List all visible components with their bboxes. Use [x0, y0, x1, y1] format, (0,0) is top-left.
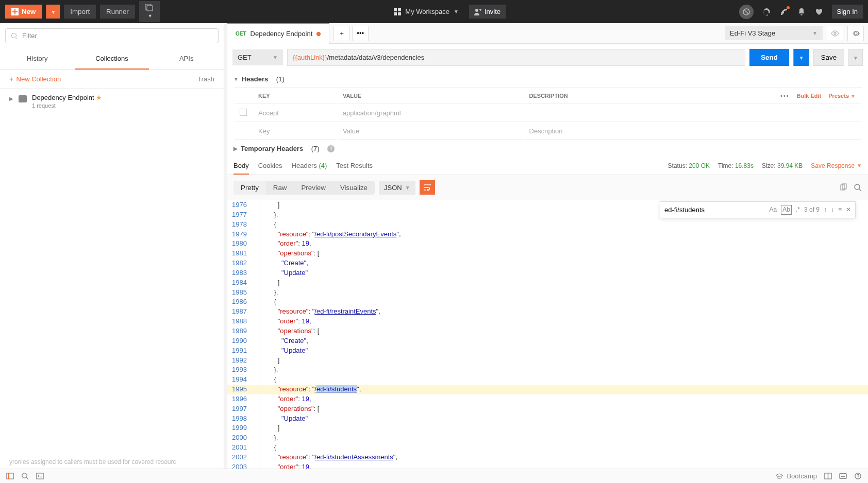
topbar: New ▼ Import Runner ▼ My Workspace ▼ Inv…: [0, 0, 868, 23]
bell-icon[interactable]: [797, 7, 806, 16]
new-dropdown[interactable]: ▼: [46, 5, 60, 19]
add-tab-button[interactable]: +: [333, 26, 350, 41]
status-bar: Bootcamp: [0, 469, 868, 483]
gear-icon: [852, 29, 860, 38]
sync-icon[interactable]: [762, 7, 771, 16]
svg-point-5: [834, 32, 836, 34]
wrap-toggle[interactable]: [420, 180, 435, 195]
bulk-edit-link[interactable]: Bulk Edit: [797, 93, 822, 99]
presets-link[interactable]: Presets ▼: [828, 93, 856, 99]
runner-button[interactable]: Runner: [100, 5, 135, 19]
format-select[interactable]: JSON▼: [379, 181, 415, 195]
temp-headers-toggle[interactable]: ▶Temporary Headers (7) i: [233, 141, 862, 157]
eye-icon: [831, 30, 839, 37]
svg-point-8: [855, 184, 860, 189]
request-tab[interactable]: GET Depedency Endpoint: [227, 23, 329, 44]
shortcut-icon[interactable]: [839, 472, 847, 480]
workspace-switcher[interactable]: My Workspace ▼: [388, 5, 465, 19]
plus-icon: [11, 8, 19, 15]
capture-icon[interactable]: [739, 5, 754, 19]
tab-menu-button[interactable]: •••: [352, 26, 369, 41]
find-count: 3 of 9: [804, 205, 820, 214]
filter-input[interactable]: Filter: [5, 28, 219, 43]
environment-select[interactable]: Ed-Fi V3 Stage▼: [725, 26, 823, 40]
save-dropdown[interactable]: ▼: [848, 49, 863, 66]
search-button[interactable]: [854, 183, 862, 192]
headers-toggle[interactable]: ▼Headers (1): [233, 71, 862, 87]
find-selection-icon[interactable]: ≡: [838, 205, 842, 214]
send-button[interactable]: Send: [749, 49, 789, 66]
response-tab-headers[interactable]: Headers (4): [292, 162, 327, 169]
new-window-button[interactable]: ▼: [139, 1, 160, 22]
svg-rect-13: [840, 474, 846, 478]
header-row[interactable]: Acceptapplication/graphml: [235, 105, 861, 122]
new-button[interactable]: New: [5, 5, 42, 19]
response-tab-tests[interactable]: Test Results: [336, 162, 373, 169]
save-response-button[interactable]: Save Response ▼: [811, 162, 862, 169]
headers-more[interactable]: •••: [780, 93, 790, 99]
header-row-empty[interactable]: KeyValueDescription: [235, 123, 861, 140]
satellite-icon[interactable]: [779, 7, 789, 16]
unsaved-dot-icon: [316, 32, 321, 36]
svg-rect-9: [7, 473, 13, 479]
save-button[interactable]: Save: [813, 49, 844, 66]
whole-word-icon[interactable]: Ab: [781, 205, 792, 215]
sidebar-toggle-icon[interactable]: [6, 472, 14, 480]
tab-apis[interactable]: APIs: [149, 48, 224, 70]
folder-icon: [19, 95, 27, 102]
svg-point-4: [12, 33, 16, 38]
disclaimer-text: yronles assigned to callers must be used…: [9, 458, 214, 465]
tab-history[interactable]: History: [0, 48, 75, 70]
view-visualize[interactable]: Visualize: [333, 181, 375, 195]
new-collection-button[interactable]: +New Collection: [9, 75, 61, 83]
view-preview[interactable]: Preview: [294, 181, 332, 195]
view-pretty[interactable]: Pretty: [233, 181, 266, 195]
copy-button[interactable]: [839, 183, 847, 192]
bootcamp-link[interactable]: Bootcamp: [775, 472, 817, 480]
settings-button[interactable]: [847, 26, 864, 41]
url-input[interactable]: {{authLink}}/metadata/data/v3/dependenci…: [287, 49, 745, 66]
response-body[interactable]: Aa Ab .* 3 of 9 ↑ ↓ ≡ ✕ 1976 ]1977 },197…: [227, 200, 868, 469]
info-icon: i: [327, 145, 335, 152]
method-select[interactable]: GET▼: [232, 49, 283, 65]
help-icon[interactable]: [854, 472, 862, 480]
env-preview-button[interactable]: [827, 26, 843, 41]
match-case-icon[interactable]: Aa: [770, 205, 777, 214]
find-next-icon[interactable]: ↓: [831, 205, 834, 214]
regex-icon[interactable]: .*: [796, 205, 800, 214]
search-icon: [11, 32, 18, 40]
console-icon[interactable]: [36, 472, 44, 480]
sidebar: Filter History Collections APIs +New Col…: [0, 23, 224, 469]
trash-link[interactable]: Trash: [197, 75, 214, 83]
grid-icon: [394, 8, 401, 15]
find-bar: Aa Ab .* 3 of 9 ↑ ↓ ≡ ✕: [660, 201, 856, 218]
find-icon[interactable]: [21, 472, 29, 480]
person-add-icon: [474, 8, 481, 15]
star-icon: ★: [96, 94, 102, 101]
svg-rect-11: [37, 473, 43, 479]
response-tab-cookies[interactable]: Cookies: [258, 162, 282, 169]
response-tab-body[interactable]: Body: [233, 162, 249, 175]
find-close-icon[interactable]: ✕: [846, 205, 851, 214]
sign-in-button[interactable]: Sign In: [832, 5, 863, 19]
invite-button[interactable]: Invite: [469, 5, 506, 19]
view-raw[interactable]: Raw: [266, 181, 294, 195]
tab-collections[interactable]: Collections: [75, 48, 149, 70]
two-pane-icon[interactable]: [824, 472, 832, 480]
svg-rect-1: [147, 6, 153, 11]
import-button[interactable]: Import: [64, 5, 96, 19]
svg-point-10: [22, 473, 27, 478]
svg-point-2: [475, 9, 478, 12]
find-input[interactable]: [664, 206, 765, 214]
collection-item[interactable]: ▶ Depedency Endpoint ★ 1 request: [0, 89, 224, 114]
send-dropdown[interactable]: ▼: [793, 49, 809, 66]
checkbox[interactable]: [240, 109, 247, 116]
heart-icon[interactable]: [814, 7, 824, 16]
find-prev-icon[interactable]: ↑: [824, 205, 827, 214]
